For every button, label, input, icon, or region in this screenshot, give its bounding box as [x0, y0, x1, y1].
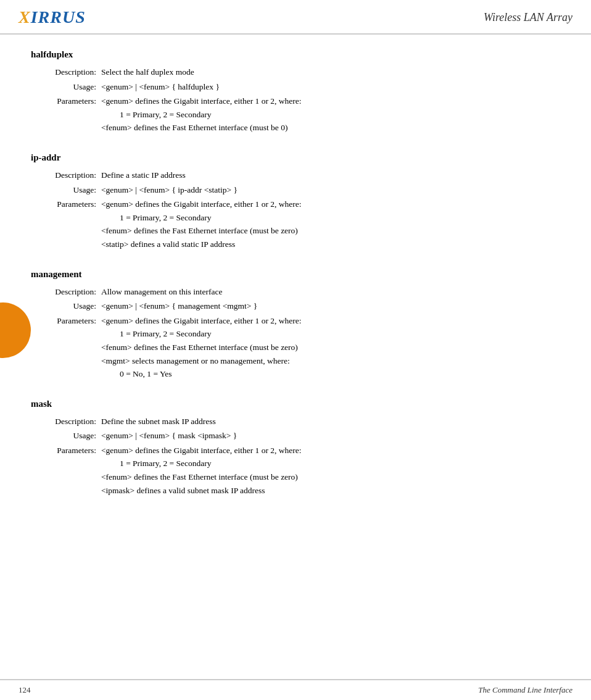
page-footer: 124 The Command Line Interface: [0, 679, 591, 700]
command-block-mask: mask Description: Define the subnet mask…: [31, 399, 560, 498]
command-block-management: management Description: Allow management…: [31, 269, 560, 381]
table-row: Parameters: <genum> defines the Gigabit …: [31, 314, 560, 381]
param-line: 1 = Primary, 2 = Secondary: [101, 108, 558, 122]
command-block-ip-addr: ip-addr Description: Define a static IP …: [31, 152, 560, 252]
param-line: 1 = Primary, 2 = Secondary: [101, 327, 558, 341]
param-line: <fenum> defines the Fast Ethernet interf…: [101, 343, 298, 352]
description-label: Description:: [31, 285, 99, 299]
param-line: <ipmask> defines a valid subnet mask IP …: [101, 486, 265, 495]
command-name-management: management: [31, 269, 560, 280]
page-header: XIRRUS Wireless LAN Array: [0, 0, 591, 35]
command-name-halfduplex: halfduplex: [31, 49, 560, 60]
param-line: 1 = Primary, 2 = Secondary: [101, 211, 558, 225]
parameters-value: <genum> defines the Gigabit interface, e…: [99, 94, 560, 135]
description-value: Define the subnet mask IP address: [99, 414, 560, 429]
description-value: Define a static IP address: [99, 168, 560, 183]
logo-text: XIRRUS: [19, 7, 86, 27]
usage-label: Usage:: [31, 183, 99, 198]
param-line: <genum> defines the Gigabit interface, e…: [101, 316, 301, 325]
table-row: Usage: <genum> | <fenum> { mask <ipmask>…: [31, 428, 560, 443]
logo-x: X: [19, 7, 31, 27]
table-row: Description: Define a static IP address: [31, 168, 560, 183]
param-line: <genum> defines the Gigabit interface, e…: [101, 446, 301, 455]
param-line: <statip> defines a valid static IP addre…: [101, 240, 235, 249]
section-title: The Command Line Interface: [478, 685, 572, 695]
table-row: Description: Define the subnet mask IP a…: [31, 414, 560, 429]
table-row: Description: Select the half duplex mode: [31, 65, 560, 80]
command-details-halfduplex: Description: Select the half duplex mode…: [31, 65, 560, 135]
command-name-mask: mask: [31, 399, 560, 409]
param-line: 1 = Primary, 2 = Secondary: [101, 457, 558, 470]
command-details-ip-addr: Description: Define a static IP address …: [31, 168, 560, 252]
param-line: <fenum> defines the Fast Ethernet interf…: [101, 472, 298, 481]
table-row: Parameters: <genum> defines the Gigabit …: [31, 197, 560, 251]
main-content: halfduplex Description: Select the half …: [0, 35, 591, 533]
description-label: Description:: [31, 414, 99, 429]
usage-value: <genum> | <fenum> { management <mgmt> }: [99, 299, 560, 314]
header-title: Wireless LAN Array: [484, 11, 572, 24]
param-line: <fenum> defines the Fast Ethernet interf…: [101, 226, 298, 235]
param-line: 0 = No, 1 = Yes: [101, 367, 558, 381]
param-line: <fenum> defines the Fast Ethernet interf…: [101, 123, 287, 132]
param-line: <genum> defines the Gigabit interface, e…: [101, 199, 301, 209]
logo-irrus: IRRUS: [31, 7, 86, 27]
table-row: Usage: <genum> | <fenum> { management <m…: [31, 299, 560, 314]
param-line: <genum> defines the Gigabit interface, e…: [101, 96, 301, 106]
usage-label: Usage:: [31, 428, 99, 443]
param-line: <mgmt> selects management or no manageme…: [101, 356, 290, 365]
command-name-ip-addr: ip-addr: [31, 152, 560, 163]
description-label: Description:: [31, 168, 99, 183]
logo: XIRRUS: [19, 7, 86, 27]
usage-value: <genum> | <fenum> { ip-addr <statip> }: [99, 183, 560, 198]
usage-label: Usage:: [31, 80, 99, 94]
table-row: Parameters: <genum> defines the Gigabit …: [31, 94, 560, 135]
parameters-value: <genum> defines the Gigabit interface, e…: [99, 314, 560, 381]
table-row: Usage: <genum> | <fenum> { ip-addr <stat…: [31, 183, 560, 198]
description-value: Select the half duplex mode: [99, 65, 560, 80]
parameters-label: Parameters:: [31, 197, 99, 251]
description-value: Allow management on this interface: [99, 285, 560, 299]
usage-value: <genum> | <fenum> { halfduplex }: [99, 80, 560, 94]
description-label: Description:: [31, 65, 99, 80]
parameters-label: Parameters:: [31, 443, 99, 498]
parameters-label: Parameters:: [31, 94, 99, 135]
command-details-management: Description: Allow management on this in…: [31, 285, 560, 381]
page-number: 124: [19, 685, 31, 695]
command-block-halfduplex: halfduplex Description: Select the half …: [31, 49, 560, 135]
parameters-value: <genum> defines the Gigabit interface, e…: [99, 443, 560, 498]
usage-value: <genum> | <fenum> { mask <ipmask> }: [99, 428, 560, 443]
table-row: Description: Allow management on this in…: [31, 285, 560, 299]
table-row: Usage: <genum> | <fenum> { halfduplex }: [31, 80, 560, 94]
command-details-mask: Description: Define the subnet mask IP a…: [31, 414, 560, 498]
usage-label: Usage:: [31, 299, 99, 314]
parameters-label: Parameters:: [31, 314, 99, 381]
parameters-value: <genum> defines the Gigabit interface, e…: [99, 197, 560, 251]
table-row: Parameters: <genum> defines the Gigabit …: [31, 443, 560, 498]
